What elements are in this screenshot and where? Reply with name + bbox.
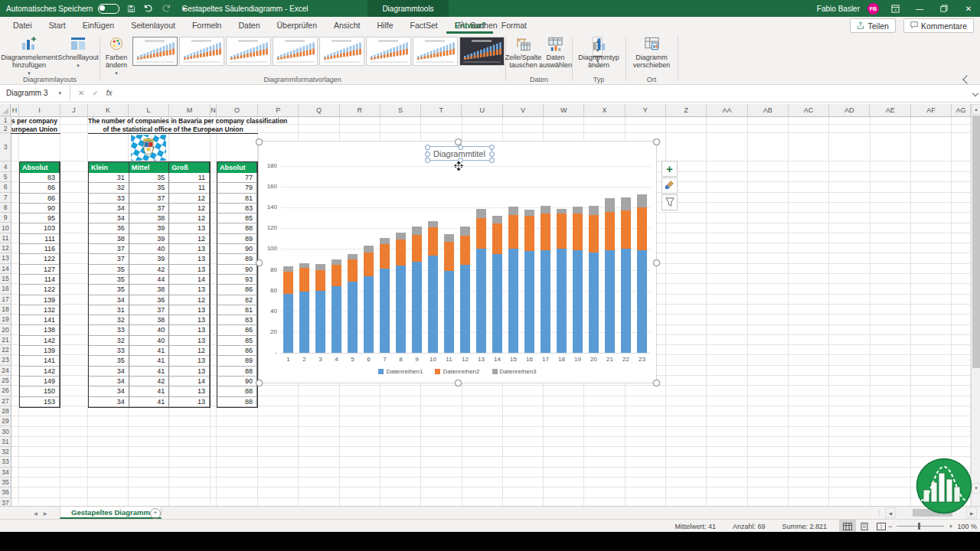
column-header-W[interactable]: W bbox=[544, 104, 584, 116]
table-cell[interactable]: 37 bbox=[129, 194, 170, 204]
table-cell[interactable]: 150 bbox=[20, 386, 60, 396]
row-header-4[interactable]: 4 bbox=[0, 161, 11, 172]
table-cell[interactable]: 13 bbox=[169, 254, 210, 264]
bar-segment-Datenreihen2[interactable] bbox=[621, 210, 631, 249]
row-header-33[interactable]: 33 bbox=[0, 457, 11, 467]
bar-segment-Datenreihen2[interactable] bbox=[460, 236, 470, 265]
table-cell[interactable]: 12 bbox=[169, 194, 210, 204]
save-icon[interactable] bbox=[125, 2, 137, 15]
table-cell[interactable]: 79 bbox=[217, 183, 257, 193]
insert-function-icon[interactable]: fx bbox=[106, 89, 113, 97]
stacked-bar[interactable] bbox=[541, 206, 550, 353]
bar-segment-Datenreihen1[interactable] bbox=[605, 250, 615, 353]
column-header-L[interactable]: L bbox=[129, 104, 169, 116]
table-cell[interactable]: 33 bbox=[89, 346, 129, 356]
zoom-slider[interactable] bbox=[897, 526, 944, 527]
page-layout-view-icon[interactable] bbox=[856, 520, 873, 533]
table-cell[interactable]: 41 bbox=[129, 367, 170, 377]
table-cell[interactable]: 86 bbox=[217, 346, 257, 356]
bar-segment-Datenreihen2[interactable] bbox=[348, 259, 358, 282]
bar-segment-Datenreihen3[interactable] bbox=[348, 254, 358, 259]
stacked-bar[interactable] bbox=[508, 207, 518, 353]
bar-segment-Datenreihen3[interactable] bbox=[621, 197, 631, 211]
stacked-bar[interactable] bbox=[589, 206, 599, 353]
bar-segment-Datenreihen2[interactable] bbox=[573, 214, 583, 249]
table-cell[interactable]: 13 bbox=[169, 244, 210, 254]
table-cell[interactable]: 77 bbox=[217, 173, 257, 183]
row-header-37[interactable]: 37 bbox=[0, 498, 11, 506]
table-cell[interactable]: 34 bbox=[89, 295, 129, 305]
bar-segment-Datenreihen2[interactable] bbox=[444, 242, 454, 271]
table-cell[interactable]: 85 bbox=[217, 214, 257, 223]
table-cell[interactable]: 12 bbox=[169, 295, 210, 305]
restore-button[interactable] bbox=[936, 0, 952, 17]
bar-segment-Datenreihen3[interactable] bbox=[605, 198, 615, 212]
title-selection-handle[interactable] bbox=[425, 145, 430, 150]
bar-segment-Datenreihen2[interactable] bbox=[508, 215, 518, 249]
table-cell[interactable]: 83 bbox=[20, 173, 60, 183]
vertical-scrollbar[interactable]: ▲ ▼ bbox=[971, 104, 980, 506]
row-header-30[interactable]: 30 bbox=[0, 427, 11, 437]
chart-selection-handle[interactable] bbox=[256, 380, 263, 386]
column-header-N[interactable]: N bbox=[211, 104, 217, 116]
stacked-bar[interactable] bbox=[412, 227, 422, 353]
column-header-AA[interactable]: AA bbox=[707, 104, 747, 116]
table-cell[interactable]: 13 bbox=[169, 315, 210, 325]
collapse-ribbon-icon[interactable] bbox=[962, 74, 972, 82]
bar-segment-Datenreihen3[interactable] bbox=[380, 238, 390, 244]
bar-segment-Datenreihen2[interactable] bbox=[315, 270, 325, 291]
bar-segment-Datenreihen3[interactable] bbox=[508, 207, 518, 215]
table-cell[interactable]: 142 bbox=[20, 367, 60, 377]
table-cell[interactable]: 13 bbox=[169, 336, 210, 346]
table-cell[interactable]: 38 bbox=[129, 285, 170, 295]
bar-segment-Datenreihen2[interactable] bbox=[396, 240, 406, 266]
column-header-X[interactable]: X bbox=[584, 104, 625, 116]
table-cell[interactable]: 36 bbox=[129, 295, 170, 305]
table-cell[interactable]: 41 bbox=[129, 356, 170, 366]
chart-style-thumbnail-6[interactable] bbox=[366, 37, 411, 66]
table-cell[interactable]: 86 bbox=[20, 183, 60, 193]
row-header-2[interactable]: 2 bbox=[0, 125, 11, 133]
table-absolut-2-header[interactable]: Absolut bbox=[217, 162, 257, 173]
table-cell[interactable]: 33 bbox=[89, 325, 129, 335]
table-cell[interactable]: 32 bbox=[89, 315, 129, 325]
chart-style-thumbnail-5[interactable] bbox=[319, 37, 364, 66]
table-cell[interactable]: 83 bbox=[217, 204, 257, 214]
chart-style-thumbnail-1[interactable] bbox=[132, 37, 178, 66]
column-header-O[interactable]: O bbox=[217, 104, 258, 116]
table-cell[interactable]: 83 bbox=[217, 315, 257, 325]
name-box-dropdown-icon[interactable]: ▾ bbox=[58, 90, 61, 96]
table-cell[interactable]: 86 bbox=[217, 325, 257, 335]
table-cell[interactable]: 88 bbox=[217, 367, 257, 377]
scroll-down-icon[interactable]: ▼ bbox=[972, 483, 980, 494]
table-cell[interactable]: 35 bbox=[89, 265, 129, 275]
bar-segment-Datenreihen2[interactable] bbox=[299, 268, 309, 292]
table-cell[interactable]: 13 bbox=[169, 367, 210, 377]
move-chart-button[interactable]: Diagramm verschieben bbox=[629, 36, 675, 69]
title-selection-handle[interactable] bbox=[489, 145, 495, 150]
row-header-10[interactable]: 10 bbox=[0, 223, 11, 233]
legend-item[interactable]: Datenreihen1 bbox=[378, 368, 423, 375]
table-cell[interactable]: 39 bbox=[129, 223, 170, 233]
bar-segment-Datenreihen2[interactable] bbox=[332, 265, 341, 287]
stacked-bar[interactable] bbox=[524, 210, 534, 353]
table-cell[interactable]: 89 bbox=[217, 254, 257, 264]
column-header-I[interactable]: I bbox=[19, 104, 60, 116]
row-header-18[interactable]: 18 bbox=[0, 305, 11, 315]
table-klein-mittel-gross-header[interactable]: Mittel bbox=[129, 162, 170, 173]
row-header-13[interactable]: 13 bbox=[0, 253, 11, 263]
column-header-Q[interactable]: Q bbox=[299, 104, 339, 116]
row-header-28[interactable]: 28 bbox=[0, 406, 11, 416]
table-cell[interactable]: 37 bbox=[129, 204, 170, 214]
chart-elements-button[interactable]: + bbox=[662, 161, 678, 177]
row-header-14[interactable]: 14 bbox=[0, 264, 11, 274]
stacked-bar[interactable] bbox=[283, 266, 293, 353]
table-cell[interactable]: 34 bbox=[89, 397, 129, 407]
column-header-H[interactable]: H bbox=[11, 104, 19, 116]
chart-styles-button[interactable] bbox=[662, 178, 678, 194]
chart-title[interactable]: Diagrammtitel bbox=[426, 146, 492, 161]
table-cell[interactable]: 42 bbox=[129, 265, 170, 275]
bar-segment-Datenreihen2[interactable] bbox=[589, 215, 599, 253]
chart-style-thumbnail-8[interactable] bbox=[459, 37, 505, 66]
column-header-AB[interactable]: AB bbox=[748, 104, 789, 116]
